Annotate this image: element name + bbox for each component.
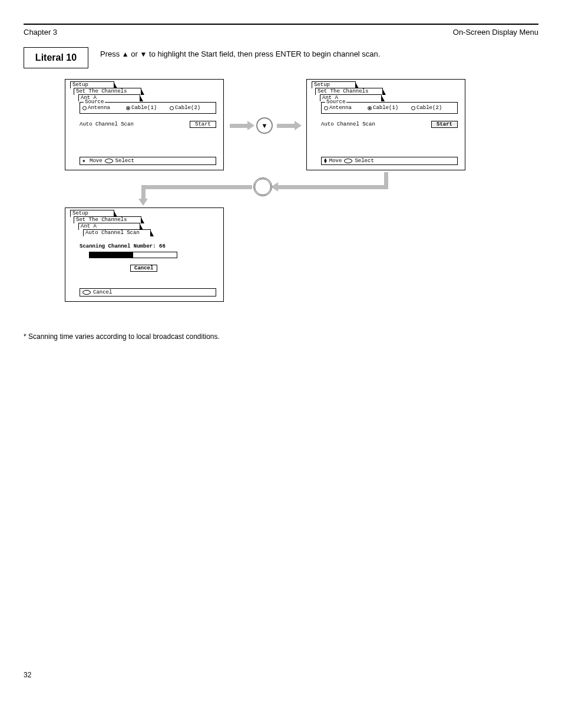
progress-bar — [89, 252, 177, 258]
remote-enter-button[interactable] — [253, 177, 272, 196]
radio-antenna[interactable]: Antenna — [324, 105, 368, 111]
footer-select: Select — [115, 158, 134, 164]
auto-scan-row: Auto Channel Scan Start — [321, 121, 458, 128]
footer-bar: Cancel — [80, 288, 216, 297]
footnote: * Scanning time varies according to loca… — [24, 332, 538, 341]
move-icon — [82, 159, 87, 163]
footer-select: Select — [355, 158, 373, 164]
auto-scan-row: Auto Channel Scan Start — [80, 121, 216, 128]
radio-cable2[interactable]: Cable(2) — [411, 105, 455, 111]
source-label: Source — [325, 99, 346, 105]
auto-scan-label: Auto Channel Scan — [321, 121, 375, 127]
top-rule — [24, 24, 538, 25]
select-icon — [105, 159, 113, 163]
footer-bar: ▲▼ Move Select — [321, 157, 458, 165]
chapter-label: Chapter 3 — [24, 28, 57, 37]
literal-box: Literal 10 — [24, 47, 88, 68]
scan-text: Scanning Channel Number: — [80, 243, 159, 249]
diagram: Setup Set The Channels Ant A Source Ante… — [24, 79, 538, 327]
radio-antenna[interactable]: Antenna — [82, 105, 126, 111]
source-fieldset: Source Antenna Cable(1) Cable(2) — [321, 102, 458, 114]
tab-auto-scan: Auto Channel Scan — [83, 229, 151, 236]
instruction-text: Press ▲ or ▼ to highlight the Start fiel… — [100, 47, 538, 68]
instruction-row: Literal 10 Press ▲ or ▼ to highlight the… — [24, 47, 538, 68]
flow-line — [384, 172, 388, 185]
source-label: Source — [84, 99, 105, 105]
footer-move: Move — [329, 158, 342, 164]
text: Press — [100, 50, 122, 58]
page-header: Chapter 3 On-Screen Display Menu — [24, 28, 538, 37]
flow-line — [141, 185, 252, 189]
auto-scan-label: Auto Channel Scan — [80, 121, 134, 127]
screen-scanning: Setup Set The Channels Ant A Auto Channe… — [65, 207, 224, 302]
flow-arrow — [277, 185, 277, 189]
scan-number: 66 — [159, 243, 166, 249]
start-button-highlighted[interactable]: Start — [431, 121, 458, 128]
arrow-down-icon: ▼ — [140, 50, 147, 58]
flow-arrow — [141, 185, 146, 200]
radio-cable2[interactable]: Cable(2) — [170, 105, 213, 111]
radio-cable1[interactable]: Cable(1) — [126, 105, 170, 111]
screen-start-highlight: Setup Set The Channels Ant A Source Ante… — [306, 79, 465, 170]
cancel-button[interactable]: Cancel — [130, 265, 157, 272]
footer-move: Move — [90, 158, 103, 164]
cancel-icon — [82, 290, 91, 295]
screen-antA-source: Setup Set The Channels Ant A Source Ante… — [65, 79, 224, 170]
footer-cancel: Cancel — [93, 289, 112, 295]
start-button[interactable]: Start — [190, 121, 216, 128]
source-fieldset: Source Antenna Cable(1) Cable(2) — [80, 102, 216, 114]
page-number: 32 — [24, 671, 538, 679]
flow-arrow — [230, 124, 249, 128]
arrow-up-icon: ▲ — [122, 50, 129, 58]
text: to highlight the Start field, then press… — [149, 50, 380, 58]
arrow-down-icon: ▼ — [262, 122, 268, 129]
flow-arrow — [277, 124, 296, 128]
radio-cable1[interactable]: Cable(1) — [368, 105, 411, 111]
remote-down-button[interactable]: ▼ — [256, 117, 273, 134]
progress-fill — [90, 252, 133, 258]
scanning-label: Scanning Channel Number: 66 — [80, 243, 166, 249]
section-label: On-Screen Display Menu — [453, 28, 538, 37]
footer-bar: Move Select — [80, 157, 216, 165]
updown-icon: ▲▼ — [324, 159, 327, 163]
select-icon — [344, 159, 352, 163]
text: or — [131, 50, 140, 58]
flow-line — [277, 185, 388, 189]
